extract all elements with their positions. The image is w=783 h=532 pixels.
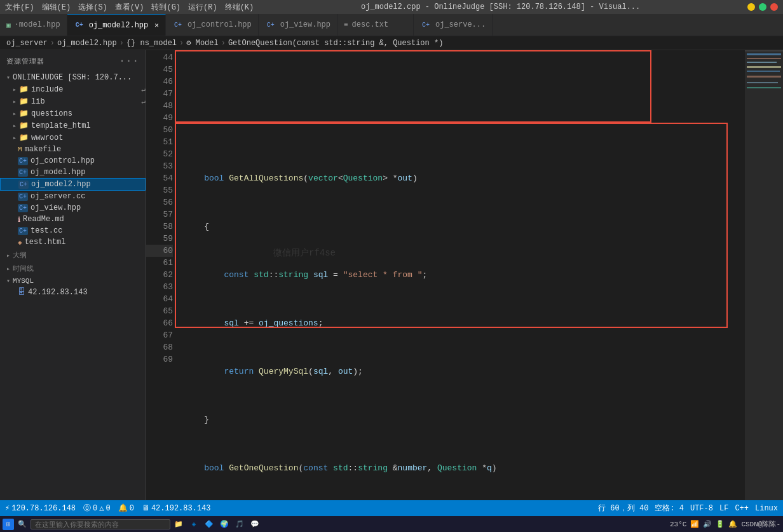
tab-oj-model2-hpp[interactable]: C+ oj_model2.hpp ✕: [67, 14, 166, 36]
sidebar: 资源管理器 ··· ONLINEJUDGE [SSH: 120.7... 📁 i…: [0, 50, 146, 500]
window-title: oj_model2.cpp - OnlineJudge [SSH: 120.78…: [254, 3, 747, 11]
tab-desc-txt[interactable]: ≡ desc.txt: [337, 14, 414, 36]
taskbar-notification-icon[interactable]: 🔔: [728, 520, 737, 528]
taskbar-search-input[interactable]: [31, 519, 170, 529]
explorer-section: ONLINEJUDGE [SSH: 120.7... 📁 include ↵ 📁…: [0, 72, 146, 248]
breadcrumb-ns[interactable]: {} ns_model: [126, 39, 177, 48]
breadcrumb-class[interactable]: ⚙ Model: [186, 38, 218, 48]
questions-arrow-icon: [13, 110, 17, 118]
taskbar-qq-icon[interactable]: 💬: [249, 519, 261, 530]
ln-64: 64: [146, 293, 173, 305]
tab-oj-control[interactable]: C+ oj_control.hpp: [166, 14, 259, 36]
menu-goto[interactable]: 转到(G): [151, 2, 180, 13]
code-container[interactable]: 44 45 46 47 48 49 50 51 52 53 54 55 56 5…: [146, 50, 783, 500]
folder-icon-wwwroot: 📁: [19, 133, 29, 142]
status-line-ending[interactable]: LF: [719, 503, 728, 514]
tab-icon-model-hpp: ▣: [6, 21, 11, 29]
tab-oj-server[interactable]: C+ oj_serve...: [414, 14, 493, 36]
explorer-root[interactable]: ONLINEJUDGE [SSH: 120.7...: [0, 72, 146, 83]
ln-66: 66: [146, 317, 173, 329]
tab-label-desc: desc.txt: [352, 20, 389, 29]
tab-close-oj-model2[interactable]: ✕: [154, 21, 159, 29]
timeline-section[interactable]: 时间线: [0, 261, 146, 275]
taskbar-app1-icon[interactable]: 🔷: [203, 519, 215, 530]
include-arrow-icon: [13, 86, 17, 93]
taskbar-search-button[interactable]: 🔍: [17, 519, 28, 530]
template-label: template_html: [31, 121, 91, 130]
folder-icon-questions: 📁: [19, 109, 29, 118]
bell-count: 0: [130, 504, 134, 513]
sidebar-item-questions[interactable]: 📁 questions: [0, 107, 146, 119]
status-bell[interactable]: 🔔 0: [118, 503, 134, 513]
ln-55: 55: [146, 184, 173, 196]
sidebar-item-readme[interactable]: ℹ ReadMe.md: [0, 214, 146, 225]
tab-oj-view[interactable]: C+ oj_view.hpp: [259, 14, 337, 36]
menu-file[interactable]: 文件(F): [5, 2, 34, 13]
sidebar-item-test-cc[interactable]: C+ test.cc: [0, 225, 146, 236]
status-remote-server[interactable]: 🖥 42.192.83.143: [142, 503, 211, 513]
status-encoding[interactable]: UTF-8: [690, 503, 713, 514]
menu-select[interactable]: 选择(S): [78, 2, 107, 13]
status-language[interactable]: C++: [735, 503, 749, 514]
oj-model2-label: oj_model2.hpp: [31, 180, 91, 189]
close-button[interactable]: [770, 3, 778, 11]
breadcrumb-file[interactable]: oj_model2.hpp: [57, 39, 117, 48]
mysql-server-item[interactable]: 🗄 42.192.83.143: [0, 286, 146, 298]
sidebar-item-oj-control[interactable]: C+ oj_control.hpp: [0, 155, 146, 167]
breadcrumb-server[interactable]: oj_server: [6, 39, 48, 48]
breadcrumb-function[interactable]: GetOneQuestion(const std::string &, Ques…: [228, 39, 443, 48]
sidebar-item-oj-server[interactable]: C+ oj_server.cc: [0, 191, 146, 202]
maximize-button[interactable]: [759, 3, 766, 11]
platform-label: Linux: [755, 504, 778, 513]
minimap-content[interactable]: [745, 50, 783, 500]
ln-54: 54: [146, 172, 173, 184]
status-errors[interactable]: ⓪ 0 △ 0: [83, 503, 111, 514]
oj-control-label: oj_control.hpp: [31, 156, 95, 165]
tab-model-hpp[interactable]: ▣ ·model.hpp: [0, 14, 67, 36]
taskbar: ⊞ 🔍 📁 ◈ 🔷 🌍 🎵 💬 23°C 📶 🔊 🔋 🔔 CSDN@陈陈-: [0, 516, 783, 532]
sidebar-item-test-html[interactable]: ◈ test.html: [0, 236, 146, 248]
menu-run[interactable]: 运行(R): [188, 2, 217, 13]
sidebar-header: 资源管理器 ···: [0, 50, 146, 72]
title-bar: 文件(F) 编辑(E) 选择(S) 查看(V) 转到(G) 运行(R) 终端(K…: [0, 0, 783, 14]
sidebar-item-makefile[interactable]: M makefile: [0, 144, 146, 155]
server-label: 42.192.83.143: [151, 504, 211, 513]
tab-label-oj-view: oj_view.hpp: [280, 20, 330, 29]
sidebar-item-template-html[interactable]: 📁 template_html: [0, 119, 146, 132]
menu-terminal[interactable]: 终端(K): [225, 2, 254, 13]
status-row-col[interactable]: 行 60，列 40: [598, 503, 648, 514]
code-content[interactable]: bool GetAllQuestions(vector<Question> *o…: [178, 50, 745, 500]
sidebar-item-oj-model[interactable]: C+ oj_model.hpp: [0, 167, 146, 178]
taskbar-network-icon[interactable]: 📶: [690, 520, 699, 528]
status-spaces[interactable]: 空格: 4: [655, 503, 684, 514]
outline-label: 大纲: [13, 250, 27, 260]
readme-label: ReadMe.md: [23, 215, 64, 224]
outline-section[interactable]: 大纲: [0, 248, 146, 261]
taskbar-battery-icon[interactable]: 🔋: [716, 520, 725, 528]
window-controls: [747, 3, 778, 11]
ln-47: 47: [146, 88, 173, 100]
sidebar-item-wwwroot[interactable]: 📁 wwwroot: [0, 132, 146, 144]
sidebar-more-button[interactable]: ···: [119, 55, 139, 67]
status-ssh[interactable]: ⚡ 120.78.126.148: [5, 503, 76, 513]
status-platform[interactable]: Linux: [755, 503, 778, 514]
taskbar-file-explorer-icon[interactable]: 📁: [173, 519, 184, 530]
taskbar-browser-icon[interactable]: 🌍: [219, 519, 230, 530]
ln-46: 46: [146, 76, 173, 88]
taskbar-vscode-icon[interactable]: ◈: [188, 519, 200, 530]
taskbar-music-icon[interactable]: 🎵: [234, 519, 245, 530]
sidebar-item-oj-model2[interactable]: C+ oj_model2.hpp: [0, 178, 146, 191]
oj-model-label: oj_model.hpp: [31, 168, 85, 177]
minimize-button[interactable]: [747, 3, 755, 11]
sidebar-item-oj-view[interactable]: C+ oj_view.hpp: [0, 202, 146, 214]
mysql-section[interactable]: MYSQL: [0, 275, 146, 286]
sidebar-item-lib[interactable]: 📁 lib ↵: [0, 95, 146, 107]
code-line-46: const std::string sql = "select * from "…: [184, 269, 745, 281]
windows-start-button[interactable]: ⊞: [3, 519, 14, 530]
taskbar-volume-icon[interactable]: 🔊: [703, 520, 712, 528]
sidebar-item-include[interactable]: 📁 include ↵: [0, 83, 146, 95]
menu-view[interactable]: 查看(V): [115, 2, 144, 13]
encoding-label: UTF-8: [690, 504, 713, 513]
taskbar-pinned-icons: 📁 ◈ 🔷 🌍 🎵 💬: [173, 519, 261, 530]
menu-edit[interactable]: 编辑(E): [42, 2, 71, 13]
